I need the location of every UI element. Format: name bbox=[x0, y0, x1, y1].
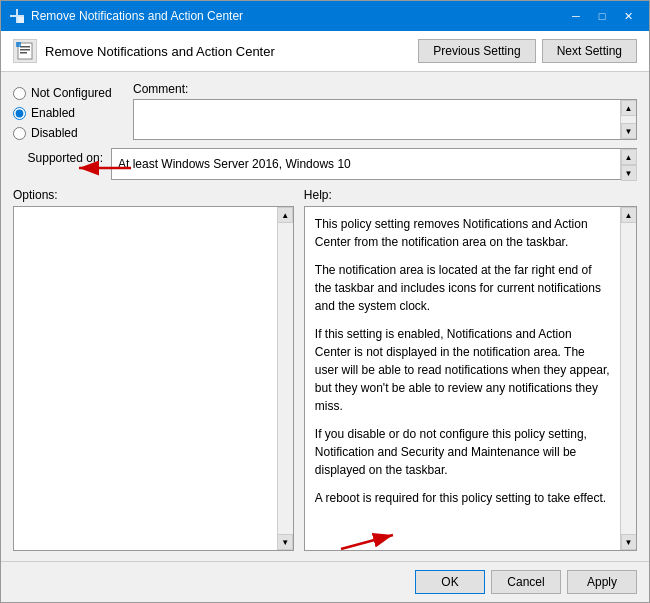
help-scrollbar-up[interactable]: ▲ bbox=[621, 207, 637, 223]
disabled-option[interactable]: Disabled bbox=[13, 126, 123, 140]
options-label: Options: bbox=[13, 188, 294, 202]
supported-scrollbar-down[interactable]: ▼ bbox=[621, 165, 637, 181]
policy-icon bbox=[16, 42, 34, 60]
help-panel: Help: This policy setting removes Notifi… bbox=[304, 188, 637, 551]
apply-button[interactable]: Apply bbox=[567, 570, 637, 594]
help-para-1: This policy setting removes Notification… bbox=[315, 215, 610, 251]
supported-scrollbar: ▲ ▼ bbox=[620, 149, 636, 179]
scrollbar-down-arrow[interactable]: ▼ bbox=[621, 123, 637, 139]
options-box: ▲ ▼ bbox=[13, 206, 294, 551]
svg-rect-4 bbox=[18, 17, 24, 23]
svg-rect-3 bbox=[10, 17, 16, 23]
options-scrollbar-track bbox=[278, 223, 293, 534]
comment-label: Comment: bbox=[133, 82, 637, 96]
supported-section: Supported on: At least Windows Server 20… bbox=[13, 148, 637, 180]
help-scrollbar-down[interactable]: ▼ bbox=[621, 534, 637, 550]
enabled-radio[interactable] bbox=[13, 107, 26, 120]
comment-box: ▲ ▼ bbox=[133, 99, 637, 140]
dialog-title: Remove Notifications and Action Center bbox=[45, 44, 275, 59]
help-scrollbar-track bbox=[621, 223, 636, 534]
scrollbar-up-arrow[interactable]: ▲ bbox=[621, 100, 637, 116]
supported-value: At least Windows Server 2016, Windows 10 bbox=[112, 155, 636, 173]
top-section: Not Configured Enabled Disabled Comment: bbox=[13, 82, 637, 140]
dialog-body: Not Configured Enabled Disabled Comment: bbox=[1, 72, 649, 561]
help-para-2: The notification area is located at the … bbox=[315, 261, 610, 315]
options-panel: Options: ▲ ▼ bbox=[13, 188, 294, 551]
not-configured-radio[interactable] bbox=[13, 87, 26, 100]
close-button[interactable]: ✕ bbox=[615, 6, 641, 26]
comment-scrollbar: ▲ ▼ bbox=[620, 100, 636, 139]
maximize-button[interactable]: □ bbox=[589, 6, 615, 26]
help-para-4: If you disable or do not configure this … bbox=[315, 425, 610, 479]
options-scrollbar-up[interactable]: ▲ bbox=[277, 207, 293, 223]
svg-rect-2 bbox=[18, 9, 24, 15]
options-scrollbar: ▲ ▼ bbox=[277, 207, 293, 550]
title-bar-controls: ─ □ ✕ bbox=[563, 6, 641, 26]
dialog-footer: OK Cancel Apply bbox=[1, 561, 649, 602]
dialog-icon bbox=[13, 39, 37, 63]
not-configured-label: Not Configured bbox=[31, 86, 112, 100]
main-panels: Options: ▲ ▼ Help: This policy setting r… bbox=[13, 188, 637, 551]
radio-group: Not Configured Enabled Disabled bbox=[13, 82, 123, 140]
disabled-label: Disabled bbox=[31, 126, 78, 140]
help-para-5: A reboot is required for this policy set… bbox=[315, 489, 610, 507]
svg-rect-8 bbox=[20, 52, 27, 54]
supported-scrollbar-up[interactable]: ▲ bbox=[621, 149, 637, 165]
help-box: This policy setting removes Notification… bbox=[304, 206, 637, 551]
next-setting-button[interactable]: Next Setting bbox=[542, 39, 637, 63]
help-scrollbar: ▲ ▼ bbox=[620, 207, 636, 550]
window-content: Not Configured Enabled Disabled Comment: bbox=[1, 72, 649, 561]
minimize-button[interactable]: ─ bbox=[563, 6, 589, 26]
window-title: Remove Notifications and Action Center bbox=[31, 9, 243, 23]
header-buttons: Previous Setting Next Setting bbox=[418, 39, 637, 63]
options-scrollbar-down[interactable]: ▼ bbox=[277, 534, 293, 550]
main-window: Remove Notifications and Action Center ─… bbox=[0, 0, 650, 603]
svg-rect-9 bbox=[16, 42, 21, 47]
scrollbar-track bbox=[621, 116, 636, 123]
help-para-3: If this setting is enabled, Notification… bbox=[315, 325, 610, 415]
enabled-option[interactable]: Enabled bbox=[13, 106, 123, 120]
title-bar-left: Remove Notifications and Action Center bbox=[9, 8, 243, 24]
dialog-header: Remove Notifications and Action Center P… bbox=[1, 31, 649, 72]
cancel-button[interactable]: Cancel bbox=[491, 570, 561, 594]
svg-rect-1 bbox=[10, 9, 16, 15]
title-bar: Remove Notifications and Action Center ─… bbox=[1, 1, 649, 31]
svg-rect-6 bbox=[20, 46, 30, 48]
dialog-header-left: Remove Notifications and Action Center bbox=[13, 39, 275, 63]
help-label: Help: bbox=[304, 188, 637, 202]
comment-section: Comment: ▲ ▼ bbox=[133, 82, 637, 140]
supported-box: At least Windows Server 2016, Windows 10… bbox=[111, 148, 637, 180]
ok-button[interactable]: OK bbox=[415, 570, 485, 594]
supported-label: Supported on: bbox=[13, 148, 103, 165]
enabled-label: Enabled bbox=[31, 106, 75, 120]
comment-textarea[interactable] bbox=[134, 100, 620, 139]
window-icon bbox=[9, 8, 25, 24]
disabled-radio[interactable] bbox=[13, 127, 26, 140]
previous-setting-button[interactable]: Previous Setting bbox=[418, 39, 535, 63]
not-configured-option[interactable]: Not Configured bbox=[13, 86, 123, 100]
svg-rect-7 bbox=[20, 49, 30, 51]
help-content: This policy setting removes Notification… bbox=[305, 207, 620, 525]
